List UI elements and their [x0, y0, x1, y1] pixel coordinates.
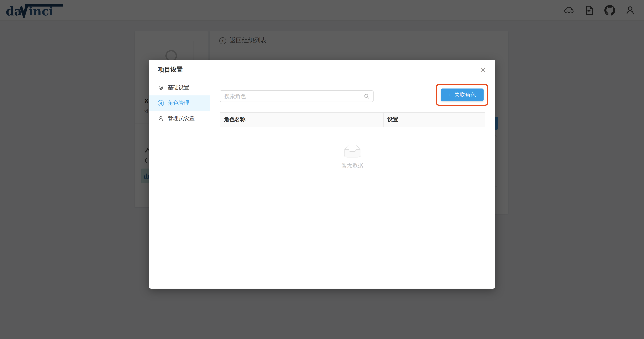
modal-sidebar: 基础设置 R 角色管理 管理员设置: [149, 80, 210, 288]
sidebar-item-label: 管理员设置: [168, 115, 195, 122]
column-header-role-name: 角色名称: [220, 113, 384, 126]
column-header-settings: 设置: [384, 113, 485, 126]
modal-title: 项目设置: [158, 66, 183, 74]
empty-text: 暂无数据: [342, 162, 363, 169]
modal-header: 项目设置 ✕: [149, 60, 495, 80]
app-root: da inci: [0, 0, 644, 339]
highlight-annotation-box: + 关联角色: [436, 84, 488, 106]
user-icon: [158, 116, 164, 122]
search-role-input[interactable]: [220, 90, 374, 102]
search-field: [220, 90, 374, 102]
roles-table-empty-state: 暂无数据: [220, 127, 485, 186]
empty-box-icon: [342, 145, 363, 159]
sidebar-item-admin-settings[interactable]: 管理员设置: [149, 111, 210, 126]
plus-icon: +: [448, 92, 452, 98]
sidebar-item-basic-settings[interactable]: 基础设置: [149, 80, 210, 96]
role-management-panel: + 关联角色 角色名称 设置: [210, 80, 495, 288]
close-icon[interactable]: ✕: [477, 64, 490, 76]
associate-role-label: 关联角色: [454, 92, 476, 98]
sidebar-item-label: 角色管理: [168, 100, 189, 106]
roles-table-header: 角色名称 设置: [220, 113, 485, 127]
circle-r-icon: R: [158, 100, 164, 106]
sidebar-item-role-management[interactable]: R 角色管理: [149, 96, 210, 111]
search-icon: [364, 93, 370, 99]
gear-icon: [158, 85, 164, 91]
roles-table: 角色名称 设置 暂无数据: [220, 112, 485, 187]
modal-body: 基础设置 R 角色管理 管理员设置: [149, 80, 495, 288]
project-settings-modal: 项目设置 ✕ 基础设置 R 角色管理: [149, 60, 495, 288]
sidebar-item-label: 基础设置: [168, 84, 189, 91]
associate-role-button[interactable]: + 关联角色: [441, 88, 484, 101]
